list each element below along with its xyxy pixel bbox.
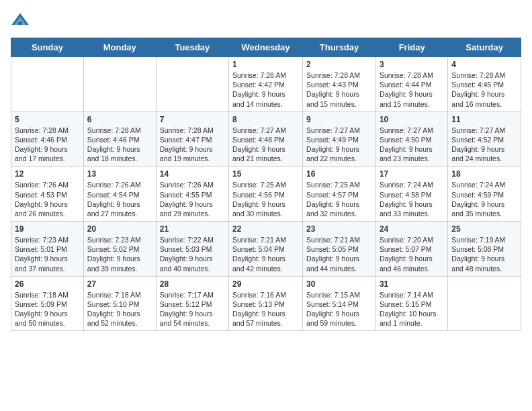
calendar-cell: 3Sunrise: 7:28 AM Sunset: 4:44 PM Daylig… [375, 57, 447, 112]
calendar-cell: 22Sunrise: 7:21 AM Sunset: 5:04 PM Dayli… [229, 222, 303, 277]
day-number: 15 [232, 169, 299, 179]
day-header-wednesday: Wednesday [229, 38, 303, 57]
calendar-week-2: 5Sunrise: 7:28 AM Sunset: 4:46 PM Daylig… [11, 111, 521, 167]
day-header-friday: Friday [375, 38, 447, 57]
day-info: Sunrise: 7:15 AM Sunset: 5:14 PM Dayligh… [306, 290, 372, 328]
day-info: Sunrise: 7:21 AM Sunset: 5:05 PM Dayligh… [306, 235, 372, 273]
day-info: Sunrise: 7:24 AM Sunset: 4:58 PM Dayligh… [380, 180, 444, 218]
day-number: 7 [160, 115, 225, 124]
calendar-cell [156, 57, 228, 112]
calendar-cell: 10Sunrise: 7:27 AM Sunset: 4:50 PM Dayli… [375, 111, 447, 167]
calendar-cell: 21Sunrise: 7:22 AM Sunset: 5:03 PM Dayli… [156, 222, 228, 277]
day-number: 5 [15, 115, 80, 124]
day-info: Sunrise: 7:25 AM Sunset: 4:57 PM Dayligh… [306, 180, 372, 218]
day-number: 28 [160, 279, 225, 289]
day-number: 24 [380, 224, 444, 234]
day-info: Sunrise: 7:20 AM Sunset: 5:07 PM Dayligh… [380, 235, 444, 273]
calendar-cell: 6Sunrise: 7:28 AM Sunset: 4:46 PM Daylig… [83, 111, 156, 167]
calendar-cell: 9Sunrise: 7:27 AM Sunset: 4:49 PM Daylig… [303, 111, 376, 167]
calendar-cell: 25Sunrise: 7:19 AM Sunset: 5:08 PM Dayli… [448, 222, 521, 277]
day-header-saturday: Saturday [448, 38, 521, 57]
day-info: Sunrise: 7:24 AM Sunset: 4:59 PM Dayligh… [451, 180, 517, 218]
calendar-cell: 29Sunrise: 7:16 AM Sunset: 5:13 PM Dayli… [229, 276, 303, 331]
day-info: Sunrise: 7:28 AM Sunset: 4:44 PM Dayligh… [380, 71, 444, 109]
calendar-header-row: SundayMondayTuesdayWednesdayThursdayFrid… [11, 38, 521, 57]
calendar-cell: 8Sunrise: 7:27 AM Sunset: 4:48 PM Daylig… [229, 111, 303, 167]
calendar-week-3: 12Sunrise: 7:26 AM Sunset: 4:53 PM Dayli… [11, 167, 521, 222]
calendar-cell: 26Sunrise: 7:18 AM Sunset: 5:09 PM Dayli… [11, 276, 84, 331]
day-info: Sunrise: 7:22 AM Sunset: 5:03 PM Dayligh… [160, 235, 225, 273]
day-number: 18 [451, 169, 517, 179]
calendar-cell: 7Sunrise: 7:28 AM Sunset: 4:47 PM Daylig… [156, 111, 228, 167]
day-info: Sunrise: 7:27 AM Sunset: 4:50 PM Dayligh… [380, 126, 444, 164]
calendar-week-1: 1Sunrise: 7:28 AM Sunset: 4:42 PM Daylig… [11, 57, 521, 112]
calendar-cell: 1Sunrise: 7:28 AM Sunset: 4:42 PM Daylig… [229, 57, 303, 112]
day-number: 13 [87, 169, 152, 179]
calendar-cell: 24Sunrise: 7:20 AM Sunset: 5:07 PM Dayli… [375, 222, 447, 277]
calendar-cell: 4Sunrise: 7:28 AM Sunset: 4:45 PM Daylig… [448, 57, 521, 112]
day-number: 31 [380, 279, 444, 289]
calendar-body: 1Sunrise: 7:28 AM Sunset: 4:42 PM Daylig… [11, 57, 521, 331]
day-info: Sunrise: 7:27 AM Sunset: 4:49 PM Dayligh… [306, 126, 372, 164]
day-number: 10 [380, 115, 444, 124]
calendar-cell: 12Sunrise: 7:26 AM Sunset: 4:53 PM Dayli… [11, 167, 84, 222]
calendar-cell: 19Sunrise: 7:23 AM Sunset: 5:01 PM Dayli… [11, 222, 84, 277]
day-info: Sunrise: 7:14 AM Sunset: 5:15 PM Dayligh… [380, 290, 444, 328]
day-info: Sunrise: 7:28 AM Sunset: 4:46 PM Dayligh… [15, 126, 80, 164]
day-info: Sunrise: 7:26 AM Sunset: 4:53 PM Dayligh… [15, 180, 80, 218]
svg-rect-2 [18, 22, 22, 25]
day-number: 3 [380, 60, 444, 69]
day-number: 22 [232, 224, 299, 234]
day-number: 6 [87, 115, 152, 124]
day-info: Sunrise: 7:28 AM Sunset: 4:45 PM Dayligh… [451, 71, 517, 109]
day-number: 19 [15, 224, 80, 234]
calendar-table: SundayMondayTuesdayWednesdayThursdayFrid… [11, 38, 521, 331]
day-header-tuesday: Tuesday [156, 38, 228, 57]
day-number: 23 [306, 224, 372, 234]
calendar-cell: 27Sunrise: 7:18 AM Sunset: 5:10 PM Dayli… [83, 276, 156, 331]
day-number: 4 [451, 60, 517, 69]
day-header-thursday: Thursday [303, 38, 376, 57]
calendar-cell: 28Sunrise: 7:17 AM Sunset: 5:12 PM Dayli… [156, 276, 228, 331]
day-number: 25 [451, 224, 517, 234]
calendar-cell [83, 57, 156, 112]
day-header-sunday: Sunday [11, 38, 84, 57]
page-header [11, 11, 521, 30]
calendar-cell: 31Sunrise: 7:14 AM Sunset: 5:15 PM Dayli… [375, 276, 447, 331]
calendar-cell: 15Sunrise: 7:25 AM Sunset: 4:56 PM Dayli… [229, 167, 303, 222]
day-info: Sunrise: 7:28 AM Sunset: 4:47 PM Dayligh… [160, 126, 225, 164]
day-info: Sunrise: 7:18 AM Sunset: 5:10 PM Dayligh… [87, 290, 152, 328]
calendar-cell: 5Sunrise: 7:28 AM Sunset: 4:46 PM Daylig… [11, 111, 84, 167]
calendar-week-4: 19Sunrise: 7:23 AM Sunset: 5:01 PM Dayli… [11, 222, 521, 277]
day-number: 12 [15, 169, 80, 179]
calendar-cell [448, 276, 521, 331]
calendar-cell: 20Sunrise: 7:23 AM Sunset: 5:02 PM Dayli… [83, 222, 156, 277]
calendar-cell: 13Sunrise: 7:26 AM Sunset: 4:54 PM Dayli… [83, 167, 156, 222]
calendar-cell: 2Sunrise: 7:28 AM Sunset: 4:43 PM Daylig… [303, 57, 376, 112]
calendar-cell: 16Sunrise: 7:25 AM Sunset: 4:57 PM Dayli… [303, 167, 376, 222]
day-number: 30 [306, 279, 372, 289]
day-info: Sunrise: 7:27 AM Sunset: 4:52 PM Dayligh… [451, 126, 517, 164]
calendar-week-5: 26Sunrise: 7:18 AM Sunset: 5:09 PM Dayli… [11, 276, 521, 331]
day-number: 17 [380, 169, 444, 179]
day-number: 14 [160, 169, 225, 179]
calendar-cell: 23Sunrise: 7:21 AM Sunset: 5:05 PM Dayli… [303, 222, 376, 277]
day-info: Sunrise: 7:18 AM Sunset: 5:09 PM Dayligh… [15, 290, 80, 328]
day-number: 2 [306, 60, 372, 69]
day-info: Sunrise: 7:17 AM Sunset: 5:12 PM Dayligh… [160, 290, 225, 328]
calendar-cell: 18Sunrise: 7:24 AM Sunset: 4:59 PM Dayli… [448, 167, 521, 222]
day-info: Sunrise: 7:25 AM Sunset: 4:56 PM Dayligh… [232, 180, 299, 218]
day-info: Sunrise: 7:16 AM Sunset: 5:13 PM Dayligh… [232, 290, 299, 328]
day-number: 29 [232, 279, 299, 289]
logo [11, 11, 32, 30]
day-number: 20 [87, 224, 152, 234]
day-info: Sunrise: 7:21 AM Sunset: 5:04 PM Dayligh… [232, 235, 299, 273]
calendar-cell: 11Sunrise: 7:27 AM Sunset: 4:52 PM Dayli… [448, 111, 521, 167]
day-number: 9 [306, 115, 372, 124]
day-info: Sunrise: 7:23 AM Sunset: 5:01 PM Dayligh… [15, 235, 80, 273]
day-number: 1 [232, 60, 299, 69]
day-number: 16 [306, 169, 372, 179]
day-info: Sunrise: 7:28 AM Sunset: 4:43 PM Dayligh… [306, 71, 372, 109]
day-info: Sunrise: 7:28 AM Sunset: 4:46 PM Dayligh… [87, 126, 152, 164]
day-info: Sunrise: 7:19 AM Sunset: 5:08 PM Dayligh… [451, 235, 517, 273]
